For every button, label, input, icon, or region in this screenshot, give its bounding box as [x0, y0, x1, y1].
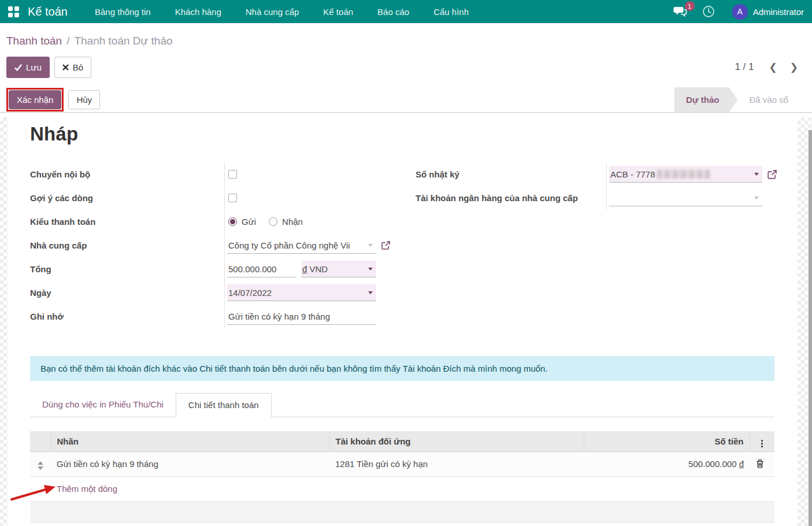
menu-customers[interactable]: Khách hàng: [163, 0, 233, 23]
control-panel: Thanh toán / Thanh toán Dự thảo Lưu Bỏ 1…: [0, 23, 812, 79]
notebook-tabs: Dùng cho việc in Phiếu Thu/Chi Chi tiết …: [30, 393, 774, 417]
pager-previous-icon[interactable]: ❮: [769, 61, 777, 73]
menu-configuration[interactable]: Cấu hình: [421, 0, 481, 23]
statusbar: Xác nhận Hủy Dự thảo Đã vào sổ: [0, 87, 812, 113]
partner-bank-label: Tài khoản ngân hàng của nhà cung cấp: [416, 193, 606, 203]
drag-handle-icon[interactable]: [36, 460, 45, 471]
radio-send[interactable]: Gửi: [228, 217, 256, 227]
user-menu[interactable]: A Administrator: [732, 4, 804, 20]
vendor-external-link-icon[interactable]: [381, 240, 391, 250]
cell-amount[interactable]: 500.000.000 đ: [688, 459, 744, 469]
journal-label: Sổ nhật ký: [416, 169, 606, 179]
tab-payment-details[interactable]: Chi tiết thanh toán: [176, 393, 272, 417]
x-icon: [62, 64, 69, 71]
empty-row: [30, 501, 774, 522]
radio-receive[interactable]: Nhận: [269, 217, 303, 227]
vertical-scrollbar[interactable]: [809, 130, 812, 526]
vendor-field[interactable]: Công ty Cổ phần Công nghệ Vii: [227, 237, 368, 253]
tab-print-voucher[interactable]: Dùng cho việc in Phiếu Thu/Chi: [30, 393, 176, 417]
form-left-column: Chuyển nội bộ Gợi ý các dòng Kiểu thanh …: [30, 162, 388, 328]
page-title: Nháp: [30, 123, 774, 145]
cell-account[interactable]: 1281 Tiền gửi có kỳ hạn: [329, 451, 584, 476]
menu-vendors[interactable]: Nhà cung cấp: [233, 0, 312, 23]
payment-lines-table: Nhãn Tài khoản đối ứng Số tiền Gửi tiền …: [30, 431, 774, 523]
form-right-column: Sổ nhật ký ACB - 7778 Tài khoản ngâ: [416, 162, 777, 210]
redacted-account-number: [657, 170, 710, 179]
suggest-lines-checkbox[interactable]: [228, 194, 237, 202]
menu-reporting[interactable]: Báo cáo: [365, 0, 421, 23]
apps-menu-icon[interactable]: [0, 0, 27, 23]
breadcrumb-payments-link[interactable]: Thanh toán: [6, 35, 62, 47]
amount-input[interactable]: 500.000.000: [227, 261, 296, 277]
messages-count-badge: 1: [685, 1, 695, 11]
main-menu: Bảng thông tin Khách hàng Nhà cung cấp K…: [83, 0, 481, 23]
journal-dropdown-caret[interactable]: [754, 173, 759, 176]
header-label: Nhãn: [51, 431, 329, 451]
status-draft: Dự thảo: [674, 87, 738, 112]
table-row: Gửi tiền có kỳ hạn 9 tháng 1281 Tiền gửi…: [30, 451, 774, 476]
partner-bank-dropdown-caret[interactable]: [754, 197, 759, 199]
menu-dashboard[interactable]: Bảng thông tin: [83, 0, 163, 23]
header-amount: Số tiền: [584, 431, 750, 451]
save-button[interactable]: Lưu: [6, 57, 50, 78]
breadcrumb-current: Thanh toán Dự thảo: [74, 35, 172, 47]
app-name[interactable]: Kế toán: [27, 0, 83, 23]
addline-cell: Thêm một dòng: [51, 476, 774, 501]
breadcrumb: Thanh toán / Thanh toán Dự thảo: [6, 23, 812, 47]
amount-label: Tổng: [30, 264, 224, 274]
memo-field[interactable]: Gửi tiền có kỳ hạn 9 tháng: [227, 308, 376, 324]
pager-next-icon[interactable]: ❯: [790, 61, 798, 73]
add-line-link[interactable]: Thêm một dòng: [57, 484, 117, 494]
messages-icon[interactable]: 1: [673, 5, 687, 18]
activities-clock-icon[interactable]: [702, 5, 715, 18]
vendor-label: Nhà cung cấp: [30, 240, 224, 250]
avatar: A: [732, 4, 748, 20]
discard-button[interactable]: Bỏ: [54, 57, 91, 78]
payment-type-label: Kiểu thanh toán: [30, 217, 224, 227]
status-posted: Đã vào sổ: [737, 87, 803, 112]
internal-transfer-label: Chuyển nội bộ: [30, 169, 224, 179]
cell-label[interactable]: Gửi tiền có kỳ hạn 9 tháng: [51, 451, 329, 476]
internal-transfer-checkbox[interactable]: [228, 170, 237, 179]
journal-field[interactable]: ACB - 7778: [609, 166, 754, 182]
vendor-dropdown-caret[interactable]: [368, 244, 373, 247]
column-options-icon[interactable]: [759, 439, 765, 449]
cancel-button[interactable]: Hủy: [68, 90, 100, 109]
currency-select[interactable]: đ VND: [301, 261, 368, 277]
addline-handle-cell: [30, 476, 51, 501]
delete-row-icon[interactable]: [755, 459, 769, 469]
status-steps: Dự thảo Đã vào sổ: [674, 87, 803, 112]
currency-dropdown-caret[interactable]: [368, 268, 373, 271]
journal-external-link-icon[interactable]: [767, 169, 777, 180]
annotation-box: Xác nhận: [6, 88, 64, 112]
header-account: Tài khoản đối ứng: [329, 431, 584, 451]
menu-accounting[interactable]: Kế toán: [311, 0, 365, 23]
suggest-lines-label: Gợi ý các dòng: [30, 193, 224, 203]
top-navbar: Kế toán Bảng thông tin Khách hàng Nhà cu…: [0, 0, 812, 23]
breadcrumb-separator: /: [66, 35, 69, 47]
left-transparent-margin: [0, 117, 8, 526]
radio-send-dot: [228, 217, 237, 226]
info-banner: Bạn có thể thêm tài khoản đích khác vào …: [30, 356, 774, 381]
radio-receive-dot: [269, 217, 277, 226]
partner-bank-field[interactable]: [609, 190, 754, 206]
pager-value[interactable]: 1 / 1: [735, 61, 754, 73]
date-field[interactable]: 14/07/2022: [227, 284, 368, 301]
date-label: Ngày: [30, 288, 224, 298]
header-handle: [30, 431, 51, 451]
header-options: [750, 431, 774, 451]
confirm-button[interactable]: Xác nhận: [9, 90, 61, 109]
user-name: Administrator: [753, 7, 804, 17]
form-sheet: Nháp Chuyển nội bộ Gợi ý các dòng Kiểu t…: [0, 123, 812, 523]
date-dropdown-caret[interactable]: [368, 291, 373, 294]
check-icon: [14, 64, 22, 71]
memo-label: Ghi nhớ: [30, 312, 224, 321]
